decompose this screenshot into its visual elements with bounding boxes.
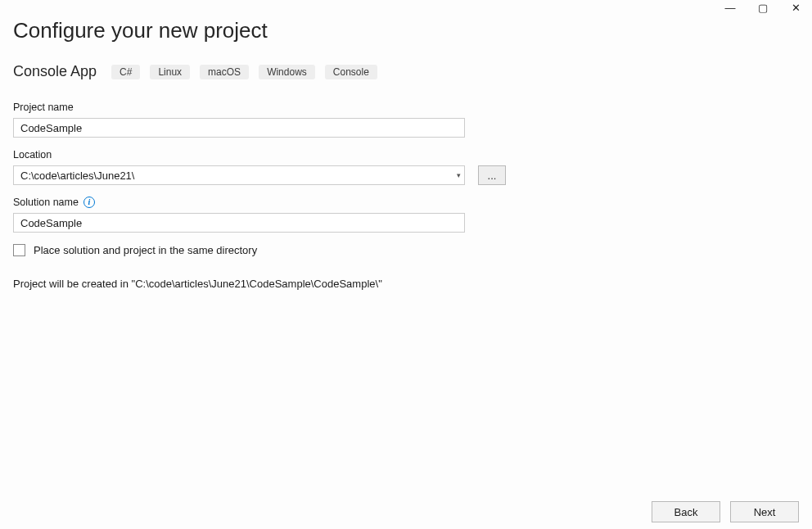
page-title: Configure your new project: [13, 18, 799, 43]
location-label: Location: [13, 149, 799, 161]
maximize-button[interactable]: ▢: [747, 0, 779, 15]
same-directory-row: Place solution and project in the same d…: [13, 244, 799, 256]
tag-chip: macOS: [200, 65, 249, 79]
solution-name-label: Solution name i: [13, 197, 799, 208]
solution-name-label-text: Solution name: [13, 197, 79, 208]
tag-chip: Linux: [150, 65, 190, 79]
footer-buttons: Back Next: [652, 501, 799, 522]
info-icon[interactable]: i: [83, 197, 95, 208]
same-directory-checkbox[interactable]: [13, 244, 25, 256]
tag-chip: C#: [111, 65, 140, 79]
back-button[interactable]: Back: [652, 501, 720, 522]
solution-name-block: Solution name i: [13, 197, 799, 233]
template-row: Console App C# Linux macOS Windows Conso…: [13, 63, 799, 80]
next-button[interactable]: Next: [730, 501, 799, 522]
minimize-button[interactable]: —: [714, 0, 747, 15]
same-directory-label: Place solution and project in the same d…: [34, 244, 257, 256]
tag-chip: Windows: [259, 65, 315, 79]
close-button[interactable]: ✕: [779, 0, 812, 15]
location-combo[interactable]: ▾: [13, 165, 465, 185]
project-name-input[interactable]: [13, 118, 465, 138]
window-controls: — ▢ ✕: [714, 0, 812, 15]
location-input[interactable]: [13, 165, 465, 185]
browse-button[interactable]: ...: [478, 165, 506, 185]
location-block: Location ▾ ...: [13, 149, 799, 185]
tag-chip: Console: [325, 65, 377, 79]
main-content: Configure your new project Console App C…: [0, 0, 812, 290]
template-name: Console App: [13, 63, 97, 80]
project-name-label: Project name: [13, 102, 799, 113]
creation-path-summary: Project will be created in "C:\code\arti…: [13, 278, 799, 290]
solution-name-input[interactable]: [13, 213, 465, 233]
project-name-block: Project name: [13, 102, 799, 138]
